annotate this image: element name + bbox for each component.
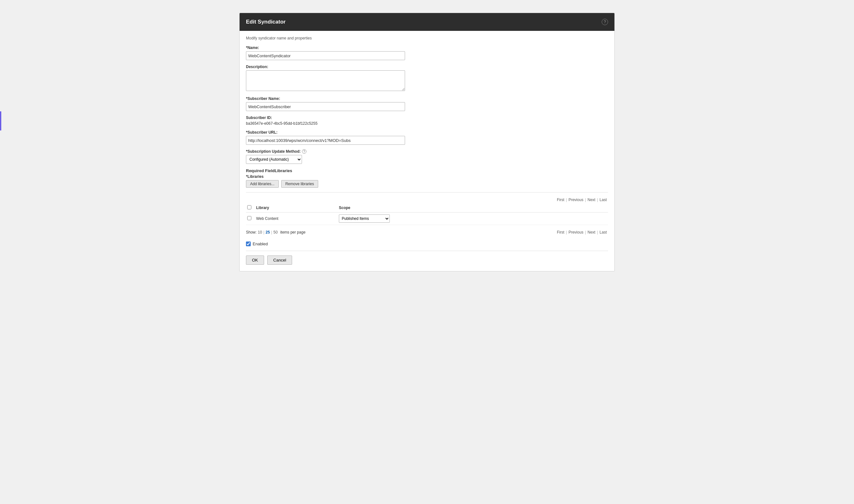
row-checkbox-cell [247,216,256,221]
row-library-cell: Web Content [256,216,339,221]
subscriber-url-group: *Subscriber URL: [246,130,608,145]
add-libraries-button[interactable]: Add libraries... [246,180,279,188]
previous-link-bottom[interactable]: Previous [567,230,585,234]
subscriber-url-label: *Subscriber URL: [246,130,608,134]
subscription-update-select[interactable]: Configured (Automatic) Manual Automatic [246,155,302,164]
cancel-button[interactable]: Cancel [267,255,292,265]
remove-libraries-button[interactable]: Remove libraries [281,180,318,188]
subscriber-name-label: *Subscriber Name: [246,96,608,101]
required-field-libraries-group: Required FieldLibraries *Libraries Add l… [246,168,608,188]
col-scope-header: Scope [339,205,607,210]
name-group: *Name: [246,46,608,60]
edit-syndicator-panel: Edit Syndicator ? Modify syndicator name… [239,13,615,271]
subscription-update-label: *Subscription Update Method: [246,149,301,154]
panel-header: Edit Syndicator ? [240,13,614,31]
row-library-value: Web Content [256,216,278,221]
show-left: Show: 10 | 25 | 50 items per page [246,230,306,234]
subscriber-name-input[interactable] [246,102,405,111]
first-link-bottom[interactable]: First [556,230,565,234]
divider-top [246,192,608,193]
action-row: OK Cancel [246,251,608,265]
subscription-update-group: *Subscription Update Method: ? Configure… [246,149,608,164]
name-input[interactable] [246,51,405,60]
subscriber-name-group: *Subscriber Name: [246,96,608,111]
left-accent-bar [0,111,1,130]
pagination-bottom: First | Previous | Next | Last [556,229,608,236]
name-label: *Name: [246,46,608,50]
next-link-bottom[interactable]: Next [586,230,597,234]
col-library-header: Library [256,205,339,210]
show-10[interactable]: 10 [258,230,262,234]
subscriber-id-label: Subscriber ID: [246,115,608,120]
subscriber-url-input[interactable] [246,136,405,145]
subscriber-id-value: ba36547e-e067-4bc5-95dd-b1bf122c5255 [246,121,608,126]
table-row: Web Content Published Items All Items Dr… [246,213,608,225]
first-link-top[interactable]: First [556,198,565,202]
row-scope-select[interactable]: Published Items All Items Draft Items [339,214,390,223]
enabled-label: Enabled [253,241,268,246]
subscription-hint-icon[interactable]: ? [302,149,306,154]
required-field-libraries-title: Required FieldLibraries [246,168,608,173]
help-icon[interactable]: ? [602,19,608,25]
libraries-sublabel: *Libraries [246,174,608,179]
panel-title: Edit Syndicator [246,19,286,25]
row-scope-cell: Published Items All Items Draft Items [339,214,607,223]
last-link-bottom[interactable]: Last [598,230,608,234]
show-25[interactable]: 25 [266,230,270,234]
pagination-top: First | Previous | Next | Last [246,196,608,203]
last-link-top[interactable]: Last [598,198,608,202]
panel-body: Modify syndicator name and properties *N… [240,31,614,271]
subscriber-id-group: Subscriber ID: ba36547e-e067-4bc5-95dd-b… [246,115,608,126]
show-label: Show: [246,230,256,234]
next-link-top[interactable]: Next [586,198,597,202]
enabled-checkbox[interactable] [246,241,251,246]
show-pagination-row: Show: 10 | 25 | 50 items per page First … [246,228,608,237]
select-all-checkbox[interactable] [247,205,251,209]
show-suffix: items per page [280,230,306,234]
row-checkbox-web-content[interactable] [247,216,251,220]
libraries-label: *Libraries [246,174,608,179]
description-label: Description: [246,65,608,69]
ok-button[interactable]: OK [246,255,264,265]
enabled-row: Enabled [246,241,608,246]
previous-link-top[interactable]: Previous [567,198,585,202]
library-buttons: Add libraries... Remove libraries [246,180,608,188]
subtitle: Modify syndicator name and properties [246,36,608,40]
table-header: Library Scope [246,203,608,213]
description-textarea[interactable] [246,70,405,91]
col-check-header [247,205,256,210]
show-50[interactable]: 50 [273,230,277,234]
description-group: Description: [246,65,608,92]
